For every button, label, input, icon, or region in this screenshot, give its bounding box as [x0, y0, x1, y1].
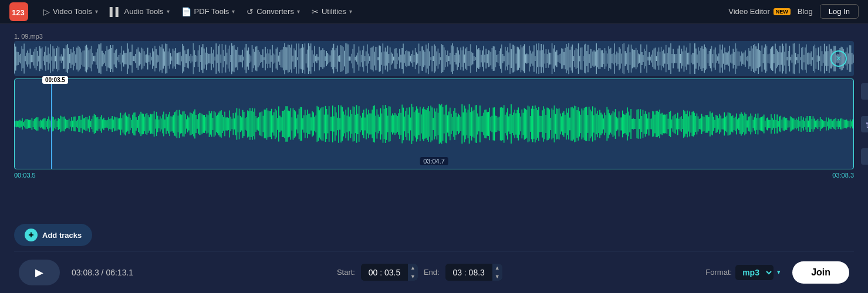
svg-rect-952: [314, 117, 315, 131]
svg-rect-330: [408, 51, 409, 66]
svg-rect-658: [801, 48, 802, 70]
svg-rect-80: [107, 50, 109, 68]
close-track-button[interactable]: ×: [830, 50, 847, 67]
svg-rect-1092: [482, 116, 483, 132]
svg-rect-1312: [745, 114, 747, 134]
end-time-input[interactable]: [445, 264, 492, 281]
svg-rect-1041: [421, 114, 422, 133]
svg-rect-235: [293, 49, 295, 69]
svg-rect-1183: [591, 111, 592, 137]
svg-rect-874: [221, 110, 222, 138]
svg-rect-882: [230, 117, 231, 131]
move-up-button[interactable]: ↑: [861, 83, 868, 100]
nav-item-video-tools[interactable]: ▷ Video Tools ▾: [38, 5, 104, 19]
delete-button[interactable]: 🗑: [861, 116, 868, 132]
join-button[interactable]: Join: [792, 261, 849, 284]
svg-rect-638: [777, 50, 778, 66]
svg-rect-451: [553, 49, 554, 69]
start-time-input-group: ▲ ▼: [361, 264, 418, 281]
format-select[interactable]: mp3 wav ogg aac: [735, 265, 774, 280]
add-tracks-button[interactable]: + Add tracks: [14, 224, 92, 246]
svg-rect-1358: [801, 116, 802, 132]
svg-rect-812: [147, 113, 148, 135]
end-spin-down[interactable]: ▼: [495, 272, 500, 281]
svg-rect-490: [600, 48, 601, 69]
svg-rect-1185: [593, 115, 595, 133]
svg-rect-966: [331, 117, 332, 131]
svg-rect-1278: [705, 115, 706, 133]
svg-rect-1024: [400, 113, 401, 135]
svg-rect-231: [289, 45, 290, 72]
login-button[interactable]: Log In: [820, 4, 859, 19]
svg-rect-734: [53, 117, 54, 131]
svg-rect-1137: [536, 108, 537, 139]
svg-rect-635: [774, 54, 775, 63]
svg-rect-540: [660, 52, 661, 65]
svg-rect-29: [46, 55, 48, 62]
svg-rect-400: [492, 48, 493, 69]
nav-item-pdf-tools[interactable]: 📄 PDF Tools ▾: [175, 5, 241, 19]
svg-rect-1293: [722, 118, 724, 130]
move-down-button[interactable]: ↓: [861, 148, 868, 165]
video-editor-link[interactable]: Video Editor NEW: [728, 7, 791, 16]
play-button[interactable]: ▶: [19, 260, 60, 285]
svg-rect-749: [71, 117, 72, 131]
start-spin-up[interactable]: ▲: [410, 264, 416, 272]
bottom-bar: ▶ 03:08.3 / 06:13.1 Start: ▲ ▼ End: ▲ ▼: [14, 251, 854, 293]
svg-rect-21: [37, 51, 38, 66]
svg-rect-1308: [741, 113, 742, 136]
svg-rect-213: [267, 49, 268, 69]
svg-rect-414: [508, 52, 509, 64]
svg-rect-525: [641, 52, 643, 65]
svg-rect-396: [487, 54, 488, 63]
svg-rect-1103: [495, 115, 497, 132]
svg-rect-853: [195, 115, 197, 133]
svg-rect-1010: [384, 109, 385, 139]
svg-rect-1064: [448, 111, 450, 136]
svg-rect-1295: [725, 117, 727, 131]
svg-rect-437: [536, 44, 537, 74]
svg-rect-1168: [573, 108, 574, 139]
svg-rect-917: [272, 115, 273, 132]
svg-rect-271: [337, 46, 338, 72]
svg-rect-578: [705, 47, 707, 70]
svg-rect-109: [143, 49, 144, 68]
svg-rect-251: [313, 54, 314, 63]
svg-rect-1344: [784, 117, 785, 131]
svg-rect-1120: [515, 113, 516, 134]
logo[interactable]: 123: [9, 2, 28, 21]
svg-rect-1152: [554, 105, 555, 142]
detail-waveform[interactable]: 03:04.7: [14, 79, 854, 169]
nav-item-utilities[interactable]: ✂ Utilities ▾: [306, 5, 358, 19]
svg-rect-1351: [792, 118, 793, 130]
end-spin-up[interactable]: ▲: [495, 264, 500, 272]
svg-rect-114: [148, 55, 150, 62]
start-spin-down[interactable]: ▼: [410, 272, 416, 281]
svg-rect-82: [110, 45, 112, 72]
nav-item-converters[interactable]: ↺ Converters ▾: [241, 5, 306, 19]
svg-rect-1067: [452, 117, 453, 131]
svg-rect-803: [136, 117, 137, 131]
svg-rect-840: [180, 114, 181, 134]
nav-item-audio-tools[interactable]: ▌▌ Audio Tools ▾: [104, 5, 175, 19]
svg-rect-529: [646, 45, 647, 73]
svg-rect-1210: [623, 114, 624, 134]
svg-rect-1182: [590, 110, 591, 138]
svg-rect-327: [404, 54, 405, 63]
svg-rect-798: [130, 118, 131, 131]
svg-rect-1223: [639, 119, 640, 129]
svg-rect-1384: [832, 121, 833, 127]
svg-rect-183: [231, 43, 232, 74]
svg-rect-819: [155, 119, 156, 128]
blog-link[interactable]: Blog: [798, 7, 813, 16]
svg-rect-1322: [758, 114, 759, 135]
svg-rect-1032: [410, 118, 411, 131]
svg-rect-325: [401, 48, 403, 69]
svg-rect-323: [399, 49, 400, 68]
start-time-input[interactable]: [361, 264, 408, 281]
svg-rect-933: [292, 117, 293, 131]
svg-rect-534: [653, 50, 654, 67]
svg-rect-1085: [474, 110, 475, 138]
svg-rect-1316: [750, 114, 751, 135]
svg-rect-1391: [840, 118, 842, 129]
